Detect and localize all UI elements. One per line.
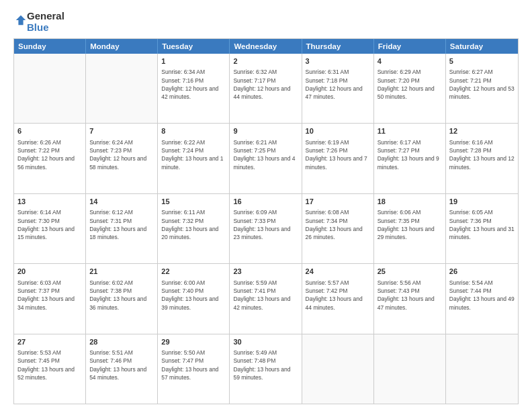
- day-number: 28: [89, 337, 154, 347]
- day-of-week-header: Saturday: [446, 39, 518, 54]
- day-of-week-header: Wednesday: [230, 39, 302, 54]
- day-number: 20: [17, 267, 82, 277]
- logo: General Blue: [13, 11, 64, 33]
- day-number: 13: [17, 197, 82, 207]
- calendar-cell: 5Sunrise: 6:27 AM Sunset: 7:21 PM Daylig…: [446, 54, 518, 123]
- calendar-cell: 29Sunrise: 5:50 AM Sunset: 7:47 PM Dayli…: [158, 334, 230, 404]
- svg-marker-0: [16, 15, 26, 24]
- calendar-cell: 19Sunrise: 6:05 AM Sunset: 7:36 PM Dayli…: [446, 194, 518, 263]
- cell-info: Sunrise: 6:06 AM Sunset: 7:35 PM Dayligh…: [378, 208, 442, 241]
- day-number: 12: [449, 126, 515, 136]
- cell-info: Sunrise: 6:17 AM Sunset: 7:27 PM Dayligh…: [378, 138, 442, 171]
- calendar-row: 20Sunrise: 6:03 AM Sunset: 7:37 PM Dayli…: [14, 263, 518, 333]
- day-number: 15: [161, 197, 226, 207]
- day-number: 5: [449, 56, 515, 66]
- day-number: 10: [306, 126, 370, 136]
- cell-info: Sunrise: 6:34 AM Sunset: 7:16 PM Dayligh…: [161, 68, 226, 101]
- calendar-cell: 10Sunrise: 6:19 AM Sunset: 7:26 PM Dayli…: [302, 124, 374, 193]
- cell-info: Sunrise: 5:53 AM Sunset: 7:45 PM Dayligh…: [17, 349, 82, 381]
- day-number: 30: [233, 337, 298, 347]
- cell-info: Sunrise: 6:00 AM Sunset: 7:40 PM Dayligh…: [161, 279, 226, 312]
- cell-info: Sunrise: 6:14 AM Sunset: 7:30 PM Dayligh…: [17, 208, 82, 241]
- day-number: 26: [449, 267, 515, 277]
- day-of-week-header: Thursday: [302, 39, 374, 54]
- day-number: 18: [378, 197, 442, 207]
- calendar-cell: 24Sunrise: 5:57 AM Sunset: 7:42 PM Dayli…: [302, 264, 374, 333]
- calendar-cell: 20Sunrise: 6:03 AM Sunset: 7:37 PM Dayli…: [14, 264, 86, 333]
- cell-info: Sunrise: 6:22 AM Sunset: 7:24 PM Dayligh…: [161, 138, 226, 171]
- logo-icon: [15, 14, 27, 26]
- day-number: 8: [161, 126, 226, 136]
- cell-info: Sunrise: 5:50 AM Sunset: 7:47 PM Dayligh…: [161, 349, 226, 381]
- cell-info: Sunrise: 6:16 AM Sunset: 7:28 PM Dayligh…: [449, 138, 515, 171]
- calendar-cell: [374, 334, 446, 404]
- calendar-cell: 25Sunrise: 5:56 AM Sunset: 7:43 PM Dayli…: [374, 264, 446, 333]
- calendar-cell: [86, 54, 158, 123]
- day-number: 17: [306, 197, 370, 207]
- calendar-cell: 26Sunrise: 5:54 AM Sunset: 7:44 PM Dayli…: [446, 264, 518, 333]
- page: General Blue SundayMondayTuesdayWednesda…: [0, 0, 532, 411]
- logo-text: General Blue: [27, 11, 64, 33]
- calendar-row: 27Sunrise: 5:53 AM Sunset: 7:45 PM Dayli…: [14, 334, 518, 404]
- cell-info: Sunrise: 6:32 AM Sunset: 7:17 PM Dayligh…: [233, 68, 298, 101]
- cell-info: Sunrise: 6:03 AM Sunset: 7:37 PM Dayligh…: [17, 279, 82, 312]
- calendar-cell: [14, 54, 86, 123]
- calendar: SundayMondayTuesdayWednesdayThursdayFrid…: [13, 38, 519, 404]
- calendar-cell: 22Sunrise: 6:00 AM Sunset: 7:40 PM Dayli…: [158, 264, 230, 333]
- calendar-cell: [302, 334, 374, 404]
- day-number: 9: [233, 126, 298, 136]
- day-of-week-header: Monday: [86, 39, 158, 54]
- day-number: 19: [449, 197, 515, 207]
- calendar-cell: 23Sunrise: 5:59 AM Sunset: 7:41 PM Dayli…: [230, 264, 302, 333]
- calendar-cell: 27Sunrise: 5:53 AM Sunset: 7:45 PM Dayli…: [14, 334, 86, 404]
- calendar-cell: 4Sunrise: 6:29 AM Sunset: 7:20 PM Daylig…: [374, 54, 446, 123]
- day-number: 29: [161, 337, 226, 347]
- calendar-cell: [446, 334, 518, 404]
- calendar-cell: 12Sunrise: 6:16 AM Sunset: 7:28 PM Dayli…: [446, 124, 518, 193]
- cell-info: Sunrise: 5:54 AM Sunset: 7:44 PM Dayligh…: [449, 279, 515, 312]
- cell-info: Sunrise: 6:21 AM Sunset: 7:25 PM Dayligh…: [233, 138, 298, 171]
- calendar-row: 6Sunrise: 6:26 AM Sunset: 7:22 PM Daylig…: [14, 123, 518, 193]
- cell-info: Sunrise: 6:09 AM Sunset: 7:33 PM Dayligh…: [233, 208, 298, 241]
- calendar-cell: 18Sunrise: 6:06 AM Sunset: 7:35 PM Dayli…: [374, 194, 446, 263]
- cell-info: Sunrise: 6:05 AM Sunset: 7:36 PM Dayligh…: [449, 208, 515, 241]
- cell-info: Sunrise: 5:56 AM Sunset: 7:43 PM Dayligh…: [378, 279, 442, 312]
- day-number: 14: [89, 197, 154, 207]
- calendar-cell: 7Sunrise: 6:24 AM Sunset: 7:23 PM Daylig…: [86, 124, 158, 193]
- day-of-week-header: Tuesday: [158, 39, 230, 54]
- day-of-week-header: Friday: [374, 39, 446, 54]
- day-number: 16: [233, 197, 298, 207]
- calendar-cell: 3Sunrise: 6:31 AM Sunset: 7:18 PM Daylig…: [302, 54, 374, 123]
- calendar-body: 1Sunrise: 6:34 AM Sunset: 7:16 PM Daylig…: [14, 54, 518, 404]
- day-number: 4: [378, 56, 442, 66]
- calendar-header: SundayMondayTuesdayWednesdayThursdayFrid…: [14, 39, 518, 54]
- cell-info: Sunrise: 5:57 AM Sunset: 7:42 PM Dayligh…: [306, 279, 370, 312]
- day-number: 7: [89, 126, 154, 136]
- day-number: 25: [378, 267, 442, 277]
- cell-info: Sunrise: 6:31 AM Sunset: 7:18 PM Dayligh…: [306, 68, 370, 101]
- cell-info: Sunrise: 6:12 AM Sunset: 7:31 PM Dayligh…: [89, 208, 154, 241]
- day-number: 23: [233, 267, 298, 277]
- day-number: 22: [161, 267, 226, 277]
- calendar-row: 1Sunrise: 6:34 AM Sunset: 7:16 PM Daylig…: [14, 54, 518, 123]
- cell-info: Sunrise: 6:29 AM Sunset: 7:20 PM Dayligh…: [378, 68, 442, 101]
- day-number: 1: [161, 56, 226, 66]
- day-number: 11: [378, 126, 442, 136]
- calendar-cell: 2Sunrise: 6:32 AM Sunset: 7:17 PM Daylig…: [230, 54, 302, 123]
- cell-info: Sunrise: 6:27 AM Sunset: 7:21 PM Dayligh…: [449, 68, 515, 101]
- day-of-week-header: Sunday: [14, 39, 86, 54]
- cell-info: Sunrise: 5:51 AM Sunset: 7:46 PM Dayligh…: [89, 349, 154, 381]
- day-number: 27: [17, 337, 82, 347]
- calendar-cell: 13Sunrise: 6:14 AM Sunset: 7:30 PM Dayli…: [14, 194, 86, 263]
- day-number: 21: [89, 267, 154, 277]
- calendar-cell: 16Sunrise: 6:09 AM Sunset: 7:33 PM Dayli…: [230, 194, 302, 263]
- day-number: 6: [17, 126, 82, 136]
- day-number: 24: [306, 267, 370, 277]
- page-header: General Blue: [13, 11, 519, 33]
- calendar-cell: 17Sunrise: 6:08 AM Sunset: 7:34 PM Dayli…: [302, 194, 374, 263]
- cell-info: Sunrise: 5:59 AM Sunset: 7:41 PM Dayligh…: [233, 279, 298, 312]
- calendar-cell: 6Sunrise: 6:26 AM Sunset: 7:22 PM Daylig…: [14, 124, 86, 193]
- calendar-cell: 8Sunrise: 6:22 AM Sunset: 7:24 PM Daylig…: [158, 124, 230, 193]
- calendar-cell: 15Sunrise: 6:11 AM Sunset: 7:32 PM Dayli…: [158, 194, 230, 263]
- calendar-cell: 9Sunrise: 6:21 AM Sunset: 7:25 PM Daylig…: [230, 124, 302, 193]
